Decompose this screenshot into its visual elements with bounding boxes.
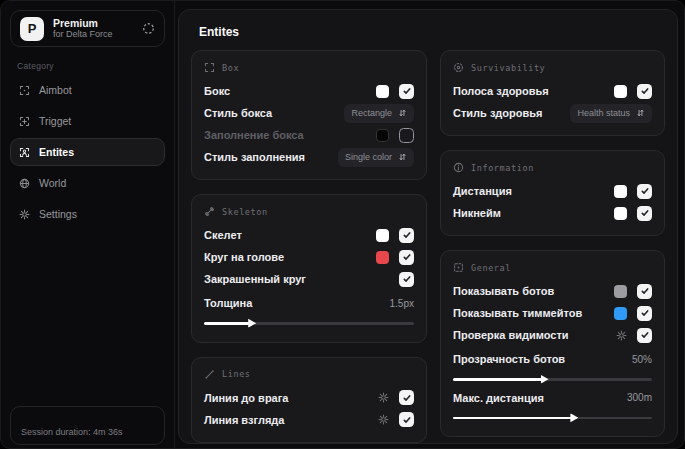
sidebar-item-label: Settings xyxy=(39,208,77,220)
color-swatch[interactable] xyxy=(376,229,389,242)
setting-label: Скелет xyxy=(204,229,242,241)
slider-thumb[interactable] xyxy=(541,375,549,384)
checkbox[interactable] xyxy=(399,228,414,243)
color-swatch[interactable] xyxy=(376,129,389,142)
checkbox[interactable] xyxy=(399,412,414,427)
row-controls xyxy=(614,84,652,99)
panel-title: Survivability xyxy=(471,63,545,73)
panel-header: Box xyxy=(204,62,414,73)
brand-logo: P xyxy=(20,17,44,41)
gear-icon[interactable] xyxy=(378,392,389,403)
setting-row: Скелет xyxy=(204,224,414,246)
setting-label: Прозрачность ботов xyxy=(453,353,565,365)
sidebar-nav: AimbotTriggetEntitesWorldSettings xyxy=(1,76,174,228)
session-card: Session duration: 4m 36s xyxy=(10,406,165,445)
setting-label: Показывать ботов xyxy=(453,285,554,297)
brand-subtitle: for Delta Force xyxy=(53,29,113,39)
row-controls xyxy=(376,250,414,265)
world-icon xyxy=(19,178,30,189)
gear-icon[interactable] xyxy=(616,330,627,341)
row-controls xyxy=(378,412,414,427)
setting-row: Круг на голове xyxy=(204,246,414,268)
row-controls: Health status xyxy=(570,104,652,123)
color-swatch[interactable] xyxy=(614,185,627,198)
main-content: Entites BoxБоксСтиль боксаRectangleЗапол… xyxy=(178,9,678,444)
setting-label: Никнейм xyxy=(453,207,501,219)
settings-icon xyxy=(19,209,30,220)
slider-header: Толщина1.5px xyxy=(204,292,414,314)
color-swatch[interactable] xyxy=(376,85,389,98)
category-label: Category xyxy=(17,61,174,71)
sidebar-item-entites[interactable]: Entites xyxy=(10,138,165,166)
select-dropdown[interactable]: Rectangle xyxy=(344,104,414,123)
panel-skeleton: SkeletonСкелетКруг на головеЗакрашенный … xyxy=(191,194,427,343)
slider-fill xyxy=(453,417,572,420)
select-value: Rectangle xyxy=(351,108,392,118)
panel-header: Lines xyxy=(204,369,414,380)
sort-arrows-icon xyxy=(398,108,407,118)
checkbox[interactable] xyxy=(399,84,414,99)
sidebar-item-trigget[interactable]: Trigget xyxy=(10,107,165,135)
row-controls xyxy=(378,390,414,405)
dashed-circle-icon[interactable] xyxy=(142,22,155,35)
sidebar-item-aimbot[interactable]: Aimbot xyxy=(10,76,165,104)
slider-track[interactable] xyxy=(453,378,652,381)
sidebar-item-label: Trigget xyxy=(39,115,71,127)
color-swatch[interactable] xyxy=(614,285,627,298)
checkbox[interactable] xyxy=(637,306,652,321)
slider-row: Макс. дистанция300m xyxy=(453,387,652,420)
row-controls xyxy=(614,284,652,299)
row-controls: Single color xyxy=(338,148,414,167)
brand-card: P Premium for Delta Force xyxy=(10,10,165,47)
aimbot-icon xyxy=(19,85,30,96)
select-dropdown[interactable]: Health status xyxy=(570,104,652,123)
checkbox[interactable] xyxy=(399,272,414,287)
sidebar-item-world[interactable]: World xyxy=(10,169,165,197)
color-swatch[interactable] xyxy=(614,307,627,320)
right-column: SurvivabilityПолоса здоровьяСтиль здоров… xyxy=(440,50,665,437)
trigger-icon xyxy=(19,116,30,127)
sidebar-item-label: Aimbot xyxy=(39,84,72,96)
setting-row: Показывать ботов xyxy=(453,280,652,302)
setting-row: Никнейм xyxy=(453,202,652,224)
setting-row: Дистанция xyxy=(453,180,652,202)
slider-thumb[interactable] xyxy=(570,413,578,422)
slider-thumb[interactable] xyxy=(248,319,256,328)
setting-row: Бокс xyxy=(204,80,414,102)
setting-row: Полоса здоровья xyxy=(453,80,652,102)
setting-label: Стиль бокса xyxy=(204,107,272,119)
slider-header: Прозрачность ботов50% xyxy=(453,348,652,370)
slider-track[interactable] xyxy=(453,417,652,420)
row-controls: Rectangle xyxy=(344,104,414,123)
panel-header: General xyxy=(453,262,652,273)
sidebar-item-settings[interactable]: Settings xyxy=(10,200,165,228)
checkbox[interactable] xyxy=(399,250,414,265)
setting-row: Стиль боксаRectangle xyxy=(204,102,414,124)
setting-row: Линия взгляда xyxy=(204,409,414,431)
box-icon xyxy=(204,62,215,73)
color-swatch[interactable] xyxy=(376,251,389,264)
select-dropdown[interactable]: Single color xyxy=(338,148,414,167)
checkbox[interactable] xyxy=(637,206,652,221)
checkbox[interactable] xyxy=(399,390,414,405)
setting-row: Закрашенный круг xyxy=(204,268,414,290)
color-swatch[interactable] xyxy=(614,85,627,98)
checkbox[interactable] xyxy=(637,284,652,299)
panel-title: General xyxy=(471,263,511,273)
checkbox[interactable] xyxy=(637,328,652,343)
checkbox[interactable] xyxy=(399,128,414,143)
gear-icon[interactable] xyxy=(378,414,389,425)
row-controls xyxy=(614,306,652,321)
setting-row: Заполнение бокса xyxy=(204,124,414,146)
setting-label: Проверка видимости xyxy=(453,329,569,341)
checkbox[interactable] xyxy=(637,184,652,199)
setting-row: Проверка видимости xyxy=(453,324,652,346)
setting-label: Заполнение бокса xyxy=(204,129,304,141)
row-controls xyxy=(376,128,414,143)
slider-track[interactable] xyxy=(204,322,414,325)
setting-label: Круг на голове xyxy=(204,251,284,263)
checkbox[interactable] xyxy=(637,84,652,99)
color-swatch[interactable] xyxy=(614,207,627,220)
setting-label: Стиль заполнения xyxy=(204,151,305,163)
slider-value: 1.5px xyxy=(390,298,414,309)
